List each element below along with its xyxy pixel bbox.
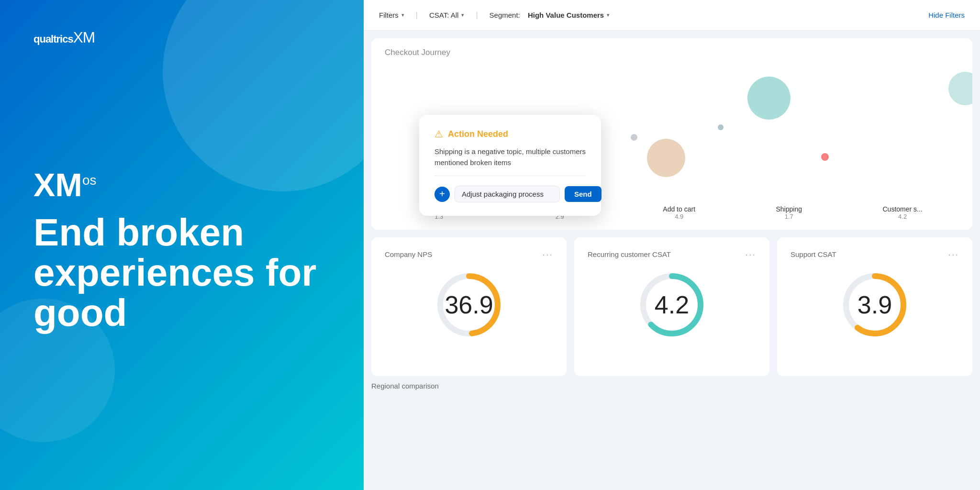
journey-step-shipping: Shipping 1.7 bbox=[776, 205, 802, 220]
dot-1 bbox=[747, 77, 791, 120]
separator2: | bbox=[476, 11, 478, 20]
popup-title: Action Needed bbox=[448, 129, 508, 139]
tagline: End broken experiences for good bbox=[33, 212, 330, 333]
journey-title: Checkout Journey bbox=[385, 48, 959, 57]
recurring-csat-value: 4.2 bbox=[655, 290, 689, 319]
left-panel: qualtricsXM XMos End broken experiences … bbox=[0, 0, 364, 490]
add-action-button[interactable]: + bbox=[434, 187, 450, 202]
journey-step-customer: Customer s... 4.2 bbox=[882, 205, 922, 220]
dot-6 bbox=[647, 139, 685, 177]
segment-chevron-icon: ▾ bbox=[607, 12, 610, 18]
segment-dropdown[interactable]: Segment: High Value Customers ▾ bbox=[490, 11, 610, 19]
support-csat-header: Support CSAT ··· bbox=[791, 249, 959, 260]
filters-dropdown[interactable]: Filters ▾ bbox=[379, 11, 404, 19]
journey-section: Checkout Journey Home Page bbox=[371, 38, 972, 230]
popup-header: ⚠ Action Needed bbox=[434, 128, 586, 140]
nps-card-header: Company NPS ··· bbox=[385, 249, 553, 260]
regional-comparison-label: Regional comparison bbox=[371, 382, 972, 390]
nps-value: 36.9 bbox=[445, 290, 493, 319]
action-popup: ⚠ Action Needed Shipping is a negative t… bbox=[419, 115, 601, 216]
dot-2 bbox=[718, 124, 724, 130]
company-nps-card: Company NPS ··· 36.9 bbox=[371, 237, 567, 376]
warning-icon: ⚠ bbox=[434, 128, 443, 140]
metrics-cards-row: Company NPS ··· 36.9 Recurring customer … bbox=[371, 237, 972, 376]
dot-3 bbox=[631, 134, 637, 141]
xmos-badge: XMos bbox=[33, 168, 330, 201]
filters-chevron-icon: ▾ bbox=[401, 12, 404, 18]
dot-4 bbox=[821, 153, 829, 161]
dashboard: Filters ▾ | CSAT: All ▾ | Segment: High … bbox=[364, 0, 980, 490]
popup-action-row: + Send bbox=[434, 186, 586, 202]
support-csat-more-options[interactable]: ··· bbox=[948, 249, 959, 260]
right-panel: Filters ▾ | CSAT: All ▾ | Segment: High … bbox=[364, 0, 980, 490]
journey-step-cart: Add to cart 4.9 bbox=[663, 205, 695, 220]
support-csat-gauge: 3.9 bbox=[791, 262, 959, 348]
popup-body: Shipping is a negative topic, multiple c… bbox=[434, 146, 586, 176]
nps-gauge: 36.9 bbox=[385, 262, 553, 348]
dot-5 bbox=[948, 72, 972, 105]
top-bar: Filters ▾ | CSAT: All ▾ | Segment: High … bbox=[364, 0, 980, 31]
recurring-csat-more-options[interactable]: ··· bbox=[745, 249, 756, 260]
send-button[interactable]: Send bbox=[565, 186, 601, 202]
csat-dropdown[interactable]: CSAT: All ▾ bbox=[429, 11, 464, 19]
recurring-csat-card: Recurring customer CSAT ··· 4.2 bbox=[574, 237, 769, 376]
recurring-csat-header: Recurring customer CSAT ··· bbox=[588, 249, 756, 260]
support-csat-card: Support CSAT ··· 3.9 bbox=[777, 237, 972, 376]
hide-filters-link[interactable]: Hide Filters bbox=[928, 11, 965, 19]
nps-more-options[interactable]: ··· bbox=[542, 249, 553, 260]
separator: | bbox=[416, 11, 418, 20]
recurring-csat-gauge: 4.2 bbox=[588, 262, 756, 348]
support-csat-value: 3.9 bbox=[858, 290, 892, 319]
qualtrics-logo: qualtricsXM bbox=[33, 29, 330, 54]
csat-chevron-icon: ▾ bbox=[461, 12, 464, 18]
action-input[interactable] bbox=[455, 186, 560, 202]
